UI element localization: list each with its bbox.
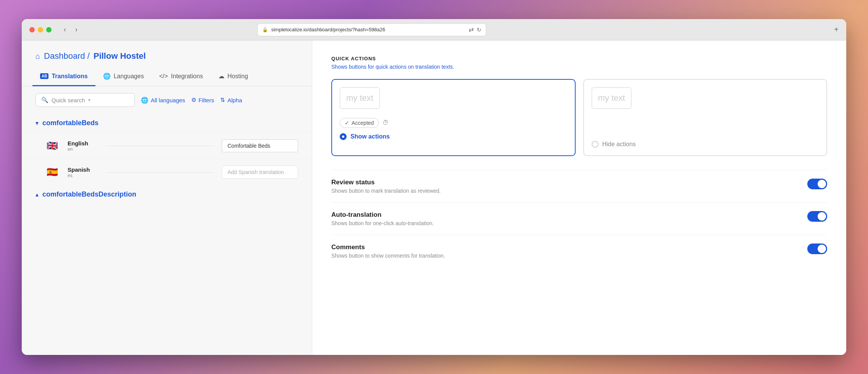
auto-translation-row: Auto-translation Shows button for one-cl… xyxy=(331,202,827,235)
section-comfortable-beds-desc-title: comfortableBedsDescription xyxy=(42,190,136,198)
history-icon: ⏱ xyxy=(382,119,389,126)
chevron-up-icon: ▴ xyxy=(35,191,39,198)
right-panel: QUICK ACTIONS Shows buttons for quick ac… xyxy=(312,40,846,355)
close-button[interactable] xyxy=(29,27,35,32)
tab-hosting-label: Hosting xyxy=(227,73,248,80)
flag-english: 🇬🇧 xyxy=(45,138,60,153)
review-status-toggle[interactable] xyxy=(807,179,827,189)
accepted-label: Accepted xyxy=(352,120,374,126)
back-button[interactable]: ‹ xyxy=(61,24,69,35)
tab-hosting[interactable]: ☁ Hosting xyxy=(211,67,256,86)
tab-integrations-label: Integrations xyxy=(171,73,203,80)
title-bar: ‹ › 🔒 simplelocalize.io/dashboard/projec… xyxy=(22,19,846,40)
section-comfortable-beds-header[interactable]: ▾ comfortableBeds xyxy=(22,114,312,132)
nav-buttons: ‹ › xyxy=(61,24,81,35)
review-status-title: Review status xyxy=(331,179,440,186)
breadcrumb-project[interactable]: Pillow Hostel xyxy=(94,51,146,61)
refresh-icon[interactable]: ↻ xyxy=(477,27,481,33)
comments-content: Comments Shows button to show comments f… xyxy=(331,243,445,259)
english-translation-value[interactable]: Comfortable Beds xyxy=(222,139,298,152)
forward-button[interactable]: › xyxy=(72,24,81,35)
chevron-down-icon: ▾ xyxy=(35,119,39,127)
auto-translation-toggle[interactable] xyxy=(807,211,827,222)
review-status-content: Review status Shows button to mark trans… xyxy=(331,179,440,194)
language-row-spanish: 🇪🇸 Spanish es Add Spanish translation xyxy=(22,159,312,185)
preview-actions-row: ✓ Accepted ⏱ xyxy=(340,118,567,128)
accepted-badge: ✓ Accepted xyxy=(340,118,379,128)
lock-icon: 🔒 xyxy=(262,27,268,32)
all-languages-filter[interactable]: 🌐 All languages xyxy=(141,97,185,104)
check-icon: ✓ xyxy=(345,120,349,126)
language-row-english: 🇬🇧 English en Comfortable Beds xyxy=(22,132,312,159)
quick-actions-description: Shows buttons for quick actions on trans… xyxy=(331,64,827,70)
hosting-icon: ☁ xyxy=(218,73,224,80)
integrations-icon: </> xyxy=(159,73,168,80)
radio-hide-actions-empty xyxy=(592,141,599,148)
main-content: ⌂ Dashboard / Pillow Hostel AB Translati… xyxy=(22,40,846,355)
maximize-button[interactable] xyxy=(46,27,52,32)
comments-row: Comments Shows button to show comments f… xyxy=(331,235,827,267)
address-bar[interactable]: 🔒 simplelocalize.io/dashboard/projects/?… xyxy=(257,23,486,36)
comments-title: Comments xyxy=(331,243,445,251)
browser-window: ‹ › 🔒 simplelocalize.io/dashboard/projec… xyxy=(22,19,846,355)
hide-actions-label: Hide actions xyxy=(602,141,636,148)
radio-show-actions-filled xyxy=(340,133,347,140)
preview-text-selected: my text xyxy=(340,87,380,109)
show-actions-label: Show actions xyxy=(350,133,390,140)
lang-name-english: English xyxy=(68,140,98,147)
show-actions-card[interactable]: my text ✓ Accepted ⏱ Show actions xyxy=(331,79,576,156)
comments-toggle[interactable] xyxy=(807,243,827,254)
tab-translations[interactable]: AB Translations xyxy=(32,67,95,86)
all-languages-label: All languages xyxy=(151,97,185,103)
lang-separator xyxy=(106,146,214,146)
flag-spanish: 🇪🇸 xyxy=(45,164,60,180)
lang-code-spanish: es xyxy=(68,173,98,178)
show-actions-option[interactable]: Show actions xyxy=(340,133,567,140)
lang-info-spanish: Spanish es xyxy=(68,166,98,178)
left-panel: ⌂ Dashboard / Pillow Hostel AB Translati… xyxy=(22,40,312,355)
translate-icon[interactable]: ⇄ xyxy=(469,26,474,33)
preview-options: my text ✓ Accepted ⏱ Show actions xyxy=(331,79,827,156)
lang-code-english: en xyxy=(68,147,98,152)
traffic-lights xyxy=(29,27,52,32)
breadcrumb: ⌂ Dashboard / Pillow Hostel xyxy=(22,40,312,67)
auto-translation-content: Auto-translation Shows button for one-cl… xyxy=(331,211,434,226)
minimize-button[interactable] xyxy=(38,27,43,32)
auto-translation-desc: Shows button for one-click auto-translat… xyxy=(331,220,434,226)
search-box[interactable]: 🔍 Quick search ▾ xyxy=(35,93,135,107)
tab-translations-label: Translations xyxy=(52,73,87,80)
tab-languages[interactable]: 🌐 Languages xyxy=(95,67,152,86)
lang-info-english: English en xyxy=(68,140,98,152)
lang-separator-es xyxy=(106,172,214,172)
alpha-icon: ⇅ xyxy=(220,97,225,103)
search-filter-row: 🔍 Quick search ▾ 🌐 All languages ⚙ Filte… xyxy=(22,86,312,114)
filters-label: Filters xyxy=(198,97,214,103)
tab-languages-label: Languages xyxy=(114,73,144,80)
url-text: simplelocalize.io/dashboard/projects/?ha… xyxy=(271,27,466,32)
add-spanish-translation-button[interactable]: Add Spanish translation xyxy=(222,166,298,179)
comments-desc: Shows button to show comments for transl… xyxy=(331,253,445,259)
translations-icon: AB xyxy=(40,73,48,79)
review-status-row: Review status Shows button to mark trans… xyxy=(331,170,827,202)
filter-icon: ⚙ xyxy=(191,97,196,103)
section-comfortable-beds-desc-header[interactable]: ▴ comfortableBedsDescription xyxy=(22,185,312,204)
auto-translation-title: Auto-translation xyxy=(331,211,434,219)
quick-actions-title: QUICK ACTIONS xyxy=(331,56,827,61)
filters-button[interactable]: ⚙ Filters xyxy=(191,97,214,103)
preview-text-hidden: my text xyxy=(592,87,632,109)
section-comfortable-beds-title: comfortableBeds xyxy=(42,119,98,127)
tab-integrations[interactable]: </> Integrations xyxy=(152,67,211,86)
breadcrumb-prefix: Dashboard / xyxy=(44,51,90,61)
new-tab-button[interactable]: + xyxy=(834,25,839,34)
hide-actions-card[interactable]: my text Hide actions xyxy=(583,79,828,156)
review-status-desc: Shows button to mark translation as revi… xyxy=(331,188,440,194)
search-dropdown-icon: ▾ xyxy=(88,97,90,103)
tabs-row: AB Translations 🌐 Languages </> Integrat… xyxy=(22,67,312,86)
alpha-sort-button[interactable]: ⇅ Alpha xyxy=(220,97,242,103)
alpha-label: Alpha xyxy=(227,97,242,103)
home-icon[interactable]: ⌂ xyxy=(35,52,40,61)
hide-actions-option[interactable]: Hide actions xyxy=(592,141,819,148)
search-placeholder: Quick search xyxy=(52,97,85,103)
globe-icon: 🌐 xyxy=(141,97,148,104)
lang-name-spanish: Spanish xyxy=(68,166,98,173)
